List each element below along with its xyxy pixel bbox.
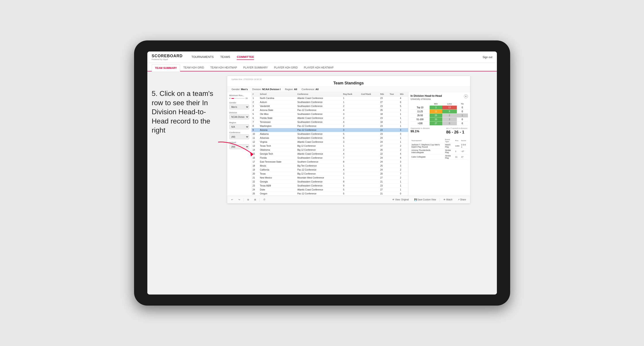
h2h-tie: 1: [457, 114, 468, 118]
tour-pos: Loss: [454, 143, 460, 149]
tab-team-h2h-grid[interactable]: TEAM H2H GRID: [180, 64, 207, 71]
min-rounds-filter: Minimum Rou... 4 20: [230, 94, 249, 99]
cell-conf-rank: [360, 96, 379, 100]
cell-tour: [388, 156, 399, 160]
cell-reg-rank: 4: [342, 152, 360, 156]
table-row[interactable]: 10 Alabama Southeastern Conference 5 23 …: [252, 132, 408, 136]
cell-school: Arizona: [259, 128, 296, 132]
cell-tour: [388, 108, 399, 112]
toolbar-sep-3: [440, 198, 440, 201]
tab-player-h2h-heatmap[interactable]: PLAYER H2H HEATMAP: [301, 64, 337, 71]
cell-conference: Pac-12 Conference: [296, 124, 342, 128]
table-row[interactable]: 14 Oklahoma Big 12 Conference 2 26 2: [252, 148, 408, 152]
table-row[interactable]: 1 North Carolina Atlantic Coast Conferen…: [252, 96, 408, 100]
min-rounds-slider[interactable]: [232, 98, 245, 99]
tour-score: -17: [460, 149, 468, 154]
h2h-close-button[interactable]: ✕: [464, 94, 468, 98]
cell-rds: 23: [379, 184, 389, 188]
table-row[interactable]: 18 Illinois Big Ten Conference 1 25 3: [252, 164, 408, 168]
cell-conf-rank: [360, 124, 379, 128]
cell-conf-rank: [360, 116, 379, 120]
tab-player-summary[interactable]: PLAYER SUMMARY: [240, 64, 271, 71]
tab-team-summary[interactable]: TEAM SUMMARY: [152, 64, 180, 71]
table-row[interactable]: 24 Duke Atlantic Coast Conference 5 27 1: [252, 188, 408, 192]
table-row[interactable]: 8 Washington Pac-12 Conference 2 23 1: [252, 124, 408, 128]
cell-rds: 24: [379, 156, 389, 160]
cell-tour: [388, 160, 399, 164]
table-row[interactable]: 23 Texas A&M Southeastern Conference 9 2…: [252, 184, 408, 188]
opponents-value: 99.1%: [410, 130, 430, 133]
gender-select[interactable]: Men's: [230, 105, 249, 109]
cell-num: 6: [252, 116, 259, 120]
cell-reg-rank: 1: [342, 100, 360, 104]
table-row[interactable]: 7 Tennessee Southeastern Conference 4 18…: [252, 120, 408, 124]
table-row[interactable]: 20 Texas Big 12 Conference 3 20 7: [252, 172, 408, 176]
cell-num: 12: [252, 140, 259, 144]
grid-button[interactable]: ⊞: [252, 198, 258, 201]
cell-win: 3: [399, 164, 408, 168]
cell-conference: Southern Conference: [296, 160, 342, 164]
col-reg-rank: Reg Rank: [342, 92, 360, 96]
sign-out-link[interactable]: Sign out: [482, 56, 492, 59]
col-win: Win: [399, 92, 408, 96]
cell-reg-rank: 3: [342, 112, 360, 116]
tournament-row: Jackson T. Stephens Cup Men's Match-Play…: [410, 143, 468, 149]
cell-school: Ole Miss: [259, 112, 296, 116]
cell-win: 7: [399, 172, 408, 176]
panel-title: Team Standings: [232, 81, 466, 86]
save-custom-button[interactable]: 💾 Save Custom View: [412, 198, 438, 201]
share-button[interactable]: ↗ Share: [456, 198, 468, 201]
cell-tour: [388, 176, 399, 180]
table-row[interactable]: 6 Florida State Atlantic Coast Conferenc…: [252, 116, 408, 120]
redo-button[interactable]: ↪: [236, 198, 242, 201]
division-select[interactable]: NCAA Division I: [230, 114, 249, 119]
conference-select[interactable]: (All): [230, 134, 249, 139]
cell-num: 17: [252, 160, 259, 164]
h2h-range: >100: [410, 122, 430, 126]
region-select[interactable]: N/A: [230, 124, 249, 129]
copy-button[interactable]: ⧉: [246, 198, 251, 202]
opponents-section: Opponents in division: 99.1%: [410, 127, 430, 136]
undo-button[interactable]: ↩: [230, 198, 235, 201]
table-row[interactable]: 12 Virginia Atlantic Coast Conference 3 …: [252, 140, 408, 144]
table-row[interactable]: 3 Vanderbilt Southeastern Conference 2 2…: [252, 104, 408, 108]
table-row[interactable]: 17 East Tennessee State Southern Confere…: [252, 160, 408, 164]
conference-filter-display: Conference: All: [302, 88, 318, 91]
tour-score: 17: [460, 154, 468, 160]
cell-tour: [388, 124, 399, 128]
table-row[interactable]: 5 Ole Miss Southeastern Conference 3 18 …: [252, 112, 408, 116]
cell-reg-rank: 3: [342, 128, 360, 132]
table-row[interactable]: 15 Georgia Tech Atlantic Coast Conferenc…: [252, 152, 408, 156]
logo-text: SCOREBOARD: [152, 54, 183, 58]
view-original-button[interactable]: 👁 View: Original: [390, 198, 410, 201]
table-row[interactable]: 4 Arizona State Pac-12 Conference 4 26 1: [252, 108, 408, 112]
table-row[interactable]: 19 California Pac-12 Conference 4 24 2: [252, 168, 408, 172]
table-row[interactable]: 21 New Mexico Mountain West Conference 1…: [252, 176, 408, 180]
table-row[interactable]: 9 Arizona Pac-12 Conference 3 23 3: [252, 128, 408, 132]
cell-win: 1: [399, 180, 408, 184]
nav-teams[interactable]: TEAMS: [220, 54, 230, 60]
cell-num: 20: [252, 172, 259, 176]
table-row[interactable]: 25 Oregon Pac-12 Conference 5 21 0: [252, 192, 408, 196]
tour-col-name: Tournament: [410, 138, 444, 143]
school-select[interactable]: (All): [230, 144, 249, 149]
nav-committee[interactable]: COMMITTEE: [237, 54, 254, 60]
clock-button[interactable]: ⏱: [262, 198, 267, 201]
table-row[interactable]: 16 Florida Southeastern Conference 7 24 …: [252, 156, 408, 160]
cell-conference: Big 12 Conference: [296, 148, 342, 152]
cell-win: 1: [399, 120, 408, 124]
share-icon: ↗: [458, 198, 460, 201]
watch-button[interactable]: 👁 Watch: [442, 198, 454, 201]
table-row[interactable]: 11 Arkansas Southeastern Conference 6 24…: [252, 136, 408, 140]
tab-player-h2h-grid[interactable]: PLAYER H2H GRID: [271, 64, 301, 71]
cell-reg-rank: 5: [342, 192, 360, 196]
nav-tournaments[interactable]: TOURNAMENTS: [192, 54, 214, 60]
table-row[interactable]: 22 Georgia Southeastern Conference 8 21 …: [252, 180, 408, 184]
tab-team-h2h-heatmap[interactable]: TEAM H2H HEATMAP: [207, 64, 240, 71]
cell-tour: [388, 144, 399, 148]
table-row[interactable]: 13 Texas Tech Big 12 Conference 1 27 2: [252, 144, 408, 148]
division-filter-label: Division: [230, 112, 249, 114]
h2h-range: 11-25: [410, 110, 430, 114]
table-row[interactable]: 2 Auburn Southeastern Conference 1 27 6: [252, 100, 408, 104]
toolbar-sep-2: [260, 198, 260, 201]
